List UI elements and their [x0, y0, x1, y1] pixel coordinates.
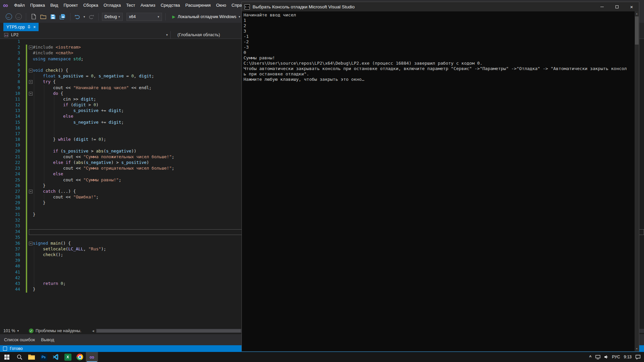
line-number-41: 41 [0, 269, 20, 275]
svg-text:++: ++ [5, 34, 8, 37]
clock[interactable]: 9:13 [624, 355, 632, 359]
tab-error-list[interactable]: Список ошибок [4, 337, 35, 342]
line-number-4: 4 [0, 56, 20, 62]
scroll-down-icon[interactable]: ▼ [635, 347, 639, 351]
redo-button[interactable] [87, 13, 95, 21]
taskbar-excel[interactable]: X [62, 352, 74, 362]
scrollbar-thumb[interactable] [635, 16, 639, 45]
volume-icon[interactable] [604, 355, 608, 359]
menu-item-Файл[interactable]: Файл [11, 0, 28, 10]
undo-dropdown-icon[interactable]: ▾ [84, 15, 85, 18]
menu-item-Правка[interactable]: Правка [28, 0, 48, 10]
start-button[interactable] [0, 352, 13, 362]
back-arrow-icon: ← [6, 13, 12, 20]
menu-item-Тест[interactable]: Тест [123, 0, 138, 10]
save-icon [50, 14, 56, 19]
tab-document[interactable]: YTP5.cpp × [3, 23, 39, 31]
taskbar-visual-studio[interactable]: ∞ [86, 352, 98, 362]
fold-marker-line-27[interactable] [29, 190, 33, 193]
cpp-project-icon: ++ [4, 33, 8, 37]
fold-marker-line-8[interactable] [29, 80, 33, 84]
menu-item-Сборка[interactable]: Сборка [80, 0, 101, 10]
line-number-23: 23 [0, 166, 20, 171]
navigate-back-button[interactable]: ← [5, 13, 13, 21]
line-number-38: 38 [0, 252, 20, 258]
start-debugging-button[interactable]: ▶ Локальный отладчик Windows ▾ [172, 14, 240, 19]
fold-marker-line-2[interactable] [29, 46, 33, 49]
scroll-up-icon[interactable]: ▲ [635, 11, 639, 16]
background-tasks-icon[interactable] [3, 347, 7, 351]
minimize-button[interactable] [595, 2, 609, 11]
toolbar-separator [98, 13, 99, 20]
console-scrollbar[interactable]: ▲ ▼ [635, 11, 639, 351]
start-debugging-label: Локальный отладчик Windows [178, 14, 236, 19]
navigate-forward-button[interactable]: → [14, 13, 22, 21]
configuration-value: Debug [105, 14, 117, 19]
save-button[interactable] [49, 13, 57, 21]
platform-value: x64 [129, 14, 136, 19]
hidden-icons-chevron[interactable]: ^ [589, 355, 592, 359]
taskbar-vs-code[interactable] [50, 352, 62, 362]
console-body[interactable]: Начинайте ввод чисел123-1-2-30Суммы равн… [242, 11, 639, 351]
taskbar-photoshop[interactable]: Ps [38, 352, 50, 362]
close-button[interactable]: × [624, 2, 639, 11]
menu-item-Анализ[interactable]: Анализ [138, 0, 158, 10]
console-output: Начинайте ввод чисел123-1-2-30Суммы равн… [242, 11, 639, 82]
taskbar: Ps X ∞ ^ РУС 9:13 [0, 352, 644, 362]
line-number-32: 32 [0, 218, 20, 223]
language-indicator[interactable]: РУС [612, 355, 620, 359]
menu-item-Вид[interactable]: Вид [48, 0, 61, 10]
open-file-button[interactable] [39, 13, 47, 21]
fold-marker-line-10[interactable] [29, 92, 33, 96]
fold-marker-line-36[interactable] [29, 242, 33, 245]
line-number-29: 29 [0, 200, 20, 206]
menu-item-Окно[interactable]: Окно [213, 0, 229, 10]
network-icon[interactable] [595, 355, 600, 359]
console-title-bar[interactable]: C:\ Выбрать Консоль отладки Microsoft Vi… [242, 2, 639, 11]
maximize-button[interactable] [609, 2, 624, 11]
photoshop-icon: Ps [40, 354, 47, 361]
taskbar-file-explorer[interactable] [25, 352, 38, 362]
menu-item-Расширения[interactable]: Расширения [183, 0, 214, 10]
taskbar-search-button[interactable] [13, 352, 25, 362]
chevron-down-icon: ▾ [118, 15, 120, 18]
fold-marker-line-6[interactable] [29, 69, 33, 72]
new-file-icon [31, 14, 36, 19]
search-icon [17, 354, 22, 360]
line-number-8: 8 [0, 79, 20, 85]
line-number-34: 34 [0, 229, 20, 235]
screen: ∞ ФайлПравкаВидПроектСборкаОтладкаТестАн… [0, 0, 644, 362]
chrome-icon [76, 354, 83, 360]
project-name: LP2 [11, 33, 18, 37]
console-line: ь при остановке отладки". [244, 71, 633, 77]
line-number-3: 3 [0, 50, 20, 56]
redo-icon [88, 14, 94, 19]
menu-item-Проект[interactable]: Проект [61, 0, 80, 10]
hscroll-left-arrow-icon[interactable]: ◀ [92, 329, 94, 333]
zoom-control[interactable]: 101 % ▾ [3, 328, 19, 333]
configuration-dropdown[interactable]: Debug▾ [102, 13, 123, 21]
undo-button[interactable] [74, 13, 82, 21]
action-center-icon[interactable] [635, 355, 641, 360]
forward-arrow-icon: → [15, 13, 22, 20]
taskbar-chrome[interactable] [74, 352, 86, 362]
change-tracking-bar [26, 45, 27, 293]
project-dropdown[interactable]: ++ LP2 ▾ [0, 31, 171, 39]
tab-output[interactable]: Вывод [41, 337, 54, 342]
save-all-button[interactable] [59, 13, 67, 21]
line-number-15: 15 [0, 120, 20, 125]
platform-dropdown[interactable]: x64▾ [126, 13, 162, 21]
console-line: Чтобы автоматически закрывать консоль пр… [244, 66, 633, 71]
toolbar-separator [26, 13, 26, 20]
new-file-button[interactable] [30, 13, 38, 21]
pin-icon[interactable] [28, 25, 31, 29]
toolbar-separator [70, 13, 70, 20]
hscroll-thumb[interactable] [97, 329, 241, 333]
menu-item-Средства[interactable]: Средства [158, 0, 183, 10]
menu-item-Отладка[interactable]: Отладка [101, 0, 123, 10]
close-tab-icon[interactable]: × [33, 25, 36, 29]
line-number-43: 43 [0, 281, 20, 287]
line-number-10: 10 [0, 91, 20, 97]
svg-text:C:\: C:\ [245, 6, 250, 8]
problems-indicator[interactable]: ✓ Проблемы не найдены. [29, 328, 82, 333]
